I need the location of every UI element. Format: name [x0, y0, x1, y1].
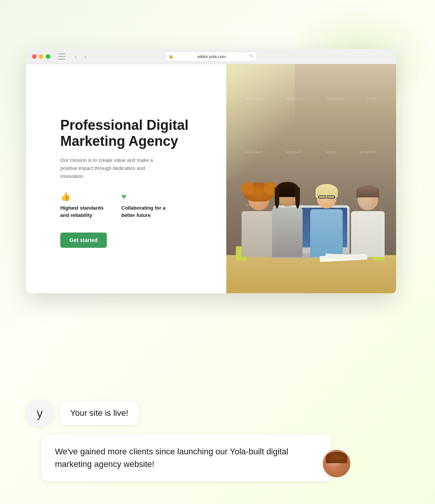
get-started-button[interactable]: Get started — [60, 233, 107, 248]
thumbs-up-icon: 👍 — [60, 192, 106, 202]
maximize-button-icon[interactable] — [46, 54, 50, 59]
hero-description: Our mission is to create value and make … — [60, 157, 160, 180]
yola-logo-avatar: y — [26, 399, 53, 427]
sidebar-toggle-icon[interactable] — [58, 53, 66, 60]
yola-logo-text: y — [37, 406, 43, 420]
forward-button-icon[interactable]: › — [82, 53, 89, 60]
back-button-icon[interactable]: ‹ — [72, 53, 79, 60]
testimonial-bubble-text: We've gained more clients since launchin… — [41, 435, 331, 481]
person-2 — [272, 187, 303, 257]
table — [226, 255, 396, 293]
close-button-icon[interactable] — [32, 54, 37, 59]
feature-text-1: Highest standards and reliability — [60, 205, 106, 218]
feature-items: 👍 Highest standards and reliability ♥ Co… — [60, 192, 207, 218]
browser-content: Professional Digital Marketing Agency Ou… — [26, 64, 396, 293]
feature-item-1: 👍 Highest standards and reliability — [60, 192, 106, 218]
heart-icon: ♥ — [121, 192, 167, 202]
hero-title: Professional Digital Marketing Agency — [60, 117, 207, 149]
chat-bubble-testimonial-container: We've gained more clients since launchin… — [26, 435, 396, 481]
url-text: editor.yola.com — [175, 54, 248, 59]
browser-window: ‹ › 🔒 editor.yola.com ↻ Professional Dig… — [26, 49, 396, 293]
person-4 — [351, 190, 385, 257]
notification-bubble-text: Your site is live! — [60, 401, 139, 425]
feature-text-2: Collaborating for a better future — [121, 205, 167, 218]
browser-nav: ‹ › — [72, 53, 89, 60]
testimonial-text: We've gained more clients since launchin… — [55, 447, 288, 469]
refresh-icon[interactable]: ↻ — [250, 54, 253, 59]
people-scene — [226, 64, 396, 293]
traffic-lights — [32, 54, 50, 59]
avatar-hair-icon — [326, 452, 347, 463]
lock-icon: 🔒 — [169, 54, 173, 58]
feature-item-2: ♥ Collaborating for a better future — [121, 192, 167, 218]
minimize-button-icon[interactable] — [39, 54, 44, 59]
chat-area: y Your site is live! We've gained more c… — [26, 399, 396, 481]
address-bar[interactable]: 🔒 editor.yola.com ↻ — [165, 52, 257, 61]
user-avatar — [323, 450, 350, 477]
person-3 — [310, 189, 343, 257]
hero-image-panel: Unsplash Unsplash Unsplash Unsp Unsplash… — [226, 64, 396, 293]
hero-left-panel: Professional Digital Marketing Agency Ou… — [26, 64, 226, 293]
browser-chrome: ‹ › 🔒 editor.yola.com ↻ — [26, 49, 396, 64]
person-1 — [242, 189, 276, 257]
avatar-face — [323, 450, 350, 477]
chat-bubble-notification: y Your site is live! — [26, 399, 396, 427]
